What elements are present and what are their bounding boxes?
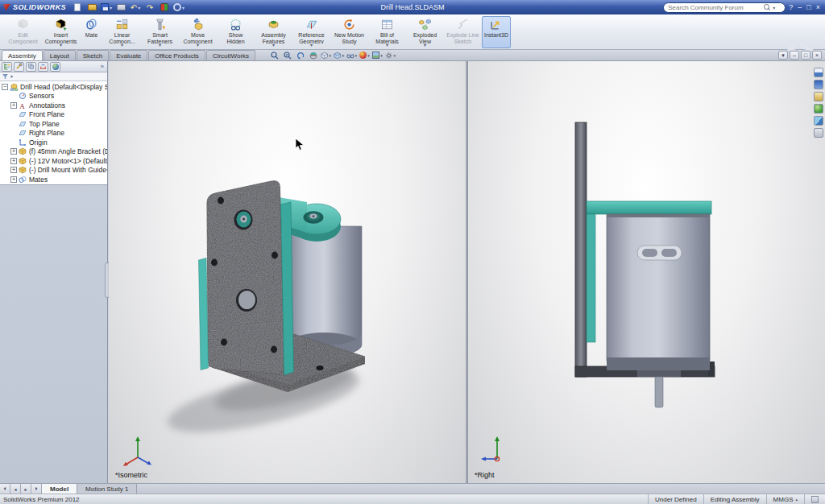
viewport-isometric[interactable]: *Isometric	[109, 61, 466, 483]
exploded-view-button[interactable]: Exploded View	[406, 16, 444, 48]
filter-menu-arrow-icon[interactable]: ▼	[10, 74, 14, 79]
viewport-right[interactable]: *Right	[468, 61, 825, 483]
search-icon[interactable]	[764, 4, 770, 10]
command-tab-row: Assembly Layout Sketch Evaluate Office P…	[0, 50, 825, 61]
help-icon[interactable]: ?	[789, 4, 793, 11]
annotations-expander[interactable]	[10, 102, 17, 109]
tree-root-drill-head[interactable]: Drill Head (Default<Display State-1>)	[0, 82, 107, 92]
edit-appearance-icon[interactable]	[359, 51, 370, 60]
doc-pin-icon[interactable]: ▾	[778, 51, 788, 60]
new-document-icon[interactable]	[72, 2, 83, 13]
previous-view-icon[interactable]	[295, 51, 305, 60]
quick-tips-icon[interactable]	[811, 496, 819, 503]
tree-item-angle-bracket[interactable]: (f) 45mm Angle Bracket (Drilled)<1>	[0, 147, 107, 157]
tab-scroll-first-icon[interactable]: ⏴	[0, 484, 10, 494]
configuration-manager-tab-icon[interactable]	[26, 62, 36, 72]
smart-fasteners-button[interactable]: Smart Fasteners	[141, 16, 179, 48]
tree-item-mates[interactable]: Mates	[0, 175, 107, 184]
status-bar: SolidWorks Premium 2012 Under Defined Ed…	[0, 494, 825, 504]
show-hidden-components-button[interactable]: Show Hidden Components	[217, 16, 255, 48]
angle-bracket-expander[interactable]	[10, 148, 17, 155]
mates-icon	[19, 176, 27, 184]
reference-geometry-button[interactable]: Reference Geometry	[292, 16, 330, 48]
tree-item-sensors[interactable]: Sensors	[0, 92, 107, 101]
tab-assembly[interactable]: Assembly	[2, 50, 43, 60]
view-orientation-icon[interactable]	[321, 51, 331, 60]
tree-item-right-plane[interactable]: Right Plane	[0, 129, 107, 138]
tab-evaluate[interactable]: Evaluate	[110, 50, 147, 60]
editing-mode: Editing Assembly	[703, 494, 766, 504]
motion-study-tab[interactable]: Motion Study 1	[77, 484, 137, 494]
feature-tree-tab-icon[interactable]	[2, 62, 12, 72]
instant3d-button[interactable]: Instant3D	[482, 16, 511, 48]
custom-properties-icon[interactable]	[814, 128, 823, 138]
tab-sketch[interactable]: Sketch	[77, 50, 109, 60]
tree-item-origin[interactable]: Origin	[0, 138, 107, 147]
quick-tips-cell[interactable]	[804, 494, 825, 504]
zoom-to-fit-icon[interactable]	[269, 51, 280, 60]
assembly-features-button[interactable]: Assembly Features	[255, 16, 292, 48]
linear-component-pattern-button[interactable]: Linear Compon...	[103, 16, 141, 48]
search-menu-arrow-icon[interactable]: ▾	[773, 5, 775, 10]
view-settings-icon[interactable]	[385, 51, 396, 60]
solidworks-resources-icon[interactable]	[814, 68, 823, 77]
property-manager-tab-icon[interactable]	[14, 62, 24, 72]
rebuild-icon[interactable]	[159, 2, 170, 13]
explode-line-sketch-button[interactable]: Explode Line Sketch	[444, 16, 482, 48]
motor-expander[interactable]	[10, 158, 17, 164]
minimize-icon[interactable]: –	[798, 4, 802, 11]
tree-item-top-plane[interactable]: Top Plane	[0, 119, 107, 129]
search-box[interactable]: ▾	[663, 2, 786, 13]
origin-icon	[19, 138, 27, 147]
display-style-icon[interactable]	[334, 51, 344, 60]
doc-close-icon[interactable]: ×	[812, 51, 822, 60]
model-tab[interactable]: Model	[42, 484, 77, 494]
tab-scroll-last-icon[interactable]: ⏵	[31, 484, 42, 494]
tree-filter-row: ▼	[0, 72, 107, 81]
save-icon[interactable]	[101, 2, 112, 13]
print-icon[interactable]	[115, 2, 126, 13]
redo-icon[interactable]: ↷	[144, 2, 155, 13]
open-document-icon[interactable]	[86, 2, 97, 13]
tab-scroll-prev-icon[interactable]: ◂	[10, 484, 21, 494]
new-motion-study-button[interactable]: New Motion Study	[330, 16, 368, 48]
apply-scene-icon[interactable]	[372, 51, 383, 60]
hide-show-items-icon[interactable]	[346, 51, 357, 60]
tab-scroll-next-icon[interactable]: ▸	[21, 484, 31, 494]
dimxpert-manager-tab-icon[interactable]	[38, 62, 48, 72]
section-view-icon[interactable]	[308, 51, 318, 60]
tab-layout[interactable]: Layout	[44, 50, 76, 60]
close-icon[interactable]: ×	[816, 4, 820, 11]
tree-root-expander[interactable]	[2, 84, 8, 90]
tree-item-12v-motor[interactable]: (-) 12V Motor<1> (Default<<Defaul	[0, 156, 107, 166]
options-icon[interactable]	[173, 2, 184, 13]
view-palette-icon[interactable]	[814, 104, 823, 114]
file-explorer-icon[interactable]	[814, 92, 823, 101]
undo-icon[interactable]: ↶	[130, 2, 141, 13]
insert-components-button[interactable]: Insert Components	[42, 16, 80, 48]
smart-fasteners-icon	[153, 18, 167, 31]
restore-icon[interactable]: □	[806, 4, 810, 11]
design-library-icon[interactable]	[814, 80, 823, 89]
tab-circuitworks[interactable]: CircuitWorks	[206, 50, 255, 60]
mate-button[interactable]: Mate	[80, 16, 103, 48]
tree-item-annotations[interactable]: A Annotations	[0, 101, 107, 110]
doc-restore-icon[interactable]: □	[801, 51, 810, 60]
tab-office-products[interactable]: Office Products	[148, 50, 205, 60]
tree-item-front-plane[interactable]: Front Plane	[0, 110, 107, 120]
mates-expander[interactable]	[10, 176, 17, 183]
doc-minimize-icon[interactable]: –	[790, 51, 799, 60]
bill-of-materials-button[interactable]: Bill of Materials	[368, 16, 406, 48]
filter-icon[interactable]	[2, 74, 8, 79]
display-manager-tab-icon[interactable]	[50, 62, 60, 72]
search-input[interactable]	[668, 4, 761, 11]
units-selector[interactable]: MMGS	[766, 494, 804, 504]
drill-mount-expander[interactable]	[10, 167, 17, 173]
move-component-button[interactable]: Move Component	[179, 16, 217, 48]
solidworks-logo: SOLIDWORKS	[0, 3, 72, 11]
panel-overflow-chevron-icon[interactable]: »	[101, 63, 106, 70]
appearances-scenes-icon[interactable]	[814, 116, 823, 126]
zoom-to-area-icon[interactable]	[282, 51, 292, 60]
tree-item-drill-mount[interactable]: (-) Drill Mount With Guide<1> (Defa	[0, 166, 107, 176]
edit-component-button[interactable]: Edit Component	[4, 16, 42, 48]
